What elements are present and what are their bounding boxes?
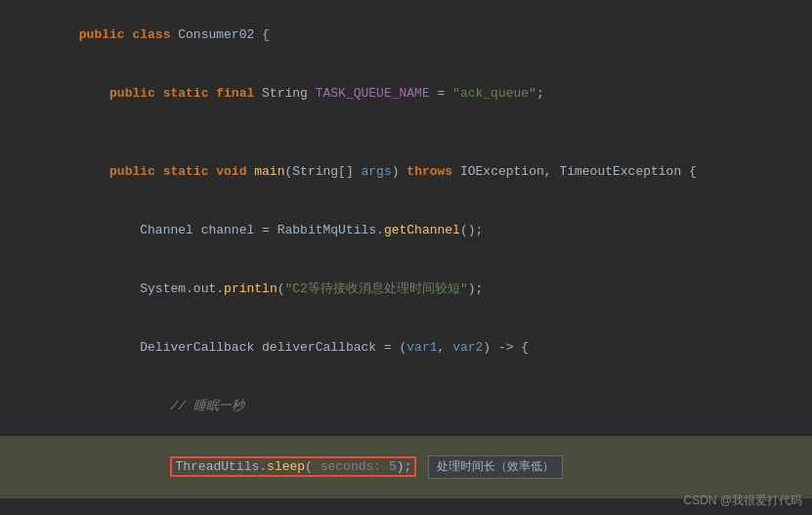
const-name: TASK_QUEUE_NAME [316, 86, 430, 101]
kw-final: final [216, 86, 262, 101]
var-deliver: deliverCallback = ( [262, 340, 406, 355]
code-line-4: public static void main(String[] args) t… [0, 143, 812, 201]
type-string: String [262, 86, 316, 101]
method-getchannel: getChannel [384, 223, 460, 237]
code-line-9: ThreadUtils.sleep( seconds: 5);处理时间长（效率低… [0, 436, 812, 498]
kw-static2: static [163, 164, 217, 179]
code-line-8: // 睡眠一秒 [0, 377, 812, 436]
kw-void: void [216, 164, 254, 179]
type-string2: String [292, 164, 338, 179]
throws: ) [392, 164, 407, 179]
line-content-9: ThreadUtils.sleep( seconds: 5);处理时间长（效率低… [29, 436, 812, 498]
type-timeout: TimeoutException [559, 164, 681, 179]
indent-5 [79, 223, 140, 237]
comment-sleep: // 睡眠一秒 [170, 399, 243, 413]
line-content-6: System.out.println("C2等待接收消息处理时间较短"); [29, 260, 812, 319]
class-name: Consumer02 { [178, 27, 270, 42]
class-rabbit: RabbitMqUtils [278, 223, 376, 237]
method-sleep: sleep [267, 459, 305, 474]
paren-close-sleep: ); [397, 459, 412, 474]
indent-2 [79, 86, 109, 101]
dot3: . [259, 459, 267, 474]
indent-4 [79, 164, 109, 179]
watermark: CSDN @我很爱打代码 [683, 493, 802, 509]
line-content-2: public static final String TASK_QUEUE_NA… [29, 64, 812, 123]
code-line-5: Channel channel = RabbitMqUtils.getChann… [0, 201, 812, 260]
type-channel: Channel [140, 223, 200, 237]
code-line-7: DeliverCallback deliverCallback = (var1,… [0, 319, 812, 377]
dot: . [376, 223, 384, 237]
semicolon: ; [536, 86, 544, 101]
tooltip-text: 处理时间长（效率低） [428, 455, 563, 479]
equals: = [430, 86, 452, 101]
keyword-public: public [79, 27, 133, 42]
kw-static: static [163, 86, 217, 101]
kw-public2: public [109, 86, 163, 101]
bracket: [] [338, 164, 361, 179]
comma2: , [438, 340, 453, 355]
method-println: println [224, 281, 278, 296]
type-io: IOException [460, 164, 544, 179]
keyword-class: class [132, 27, 178, 42]
indent-8 [79, 399, 171, 413]
red-box-wrap: ThreadUtils.sleep( seconds: 5); [170, 456, 416, 477]
code-line-2: public static final String TASK_QUEUE_NA… [0, 64, 812, 123]
line-content-7: DeliverCallback deliverCallback = (var1,… [29, 319, 812, 377]
var-channel: channel = [201, 223, 278, 237]
type-deliver: DeliverCallback [140, 340, 262, 355]
kw-public3: public [109, 164, 163, 179]
indent-9 [79, 459, 171, 474]
comma: , [544, 164, 560, 179]
indent-6 [79, 281, 140, 296]
indent-7 [79, 340, 140, 355]
string-val: "ack_queue" [452, 86, 536, 101]
dot2: . [186, 281, 193, 296]
param-var2: var2 [452, 340, 483, 355]
line-content-1: public class Consumer02 { [29, 6, 812, 64]
paren-sleep: ( [305, 459, 321, 474]
line-content-8: // 睡眠一秒 [29, 377, 812, 436]
class-threadutils: ThreadUtils [175, 459, 259, 474]
arrow: ) -> { [483, 340, 529, 355]
line-content-4: public static void main(String[] args) t… [29, 143, 812, 201]
param-label-seconds: seconds: [321, 459, 389, 474]
code-editor: public class Consumer02 { public static … [0, 0, 812, 515]
str-c2: "C2等待接收消息处理时间较短" [285, 281, 468, 296]
param-5: 5 [389, 459, 397, 474]
paren-close: ); [468, 281, 484, 296]
code-line-6: System.out.println("C2等待接收消息处理时间较短"); [0, 260, 812, 319]
out: out. [193, 281, 224, 296]
open-brace: { [681, 164, 697, 179]
kw-throws: throws [406, 164, 460, 179]
method-main: main [254, 164, 284, 179]
parens: (); [460, 223, 483, 237]
line-content-5: Channel channel = RabbitMqUtils.getChann… [29, 201, 812, 260]
code-line-3 [0, 123, 812, 143]
line-content-3 [29, 123, 812, 143]
param-args: args [362, 164, 392, 179]
code-line-1: public class Consumer02 { [0, 6, 812, 64]
paren-open: ( [278, 281, 285, 296]
class-system: System [140, 281, 186, 296]
param-var1: var1 [406, 340, 437, 355]
